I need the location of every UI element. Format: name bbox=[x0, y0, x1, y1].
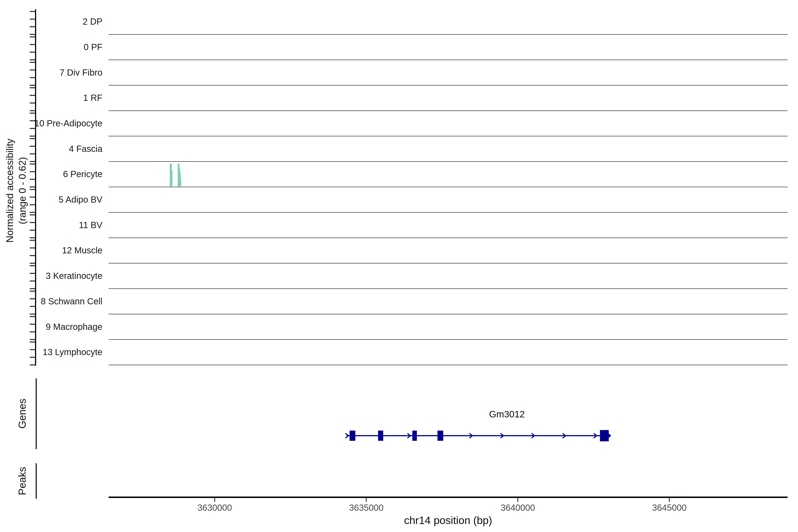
x-tick-label-3645000: 3645000 bbox=[652, 503, 687, 513]
track-baseline bbox=[109, 365, 787, 365]
genes-section-bracket bbox=[36, 378, 37, 449]
track-baseline bbox=[109, 136, 787, 136]
track-label-column: 2 DP 0 PF 7 Div Fibro 1 RF 10 Pre-Adipoc… bbox=[0, 9, 102, 365]
track-label-7-div-fibro: 7 Div Fibro bbox=[0, 60, 102, 86]
track-label-9-macrophage: 9 Macrophage bbox=[0, 314, 102, 340]
gene-exon bbox=[600, 430, 609, 441]
track-label-3-keratinocyte: 3 Keratinocyte bbox=[0, 263, 102, 289]
x-axis-line bbox=[109, 496, 787, 498]
x-tick-label-3635000: 3635000 bbox=[349, 503, 383, 513]
accessibility-peak bbox=[179, 169, 180, 187]
track-baseline bbox=[109, 288, 787, 289]
genes-section-label: Genes bbox=[16, 399, 28, 429]
peaks-section-label: Peaks bbox=[16, 467, 28, 495]
track-label-11-bv: 11 BV bbox=[0, 212, 102, 238]
track-baseline bbox=[109, 263, 787, 264]
track-baseline bbox=[109, 187, 787, 187]
track-label-1-rf: 1 RF bbox=[0, 85, 102, 111]
accessibility-peak bbox=[170, 164, 172, 187]
track-baseline bbox=[109, 339, 787, 340]
accessibility-peak bbox=[178, 164, 179, 187]
track-label-12-muscle: 12 Muscle bbox=[0, 238, 102, 263]
x-axis-tick bbox=[669, 498, 670, 502]
gene-body-line bbox=[346, 435, 610, 436]
x-axis-tick bbox=[366, 498, 367, 502]
track-label-13-lymphocyte: 13 Lymphocyte bbox=[0, 339, 102, 365]
track-baseline bbox=[109, 34, 787, 35]
track-baseline bbox=[109, 85, 787, 86]
x-axis-title: chr14 position (bp) bbox=[404, 514, 492, 527]
genome-track-figure: Normalized accessibility (range 0 - 0.62… bbox=[0, 0, 798, 532]
track-label-8-schwann-cell: 8 Schwann Cell bbox=[0, 289, 102, 314]
track-baseline bbox=[109, 314, 787, 315]
track-label-0-pf: 0 PF bbox=[0, 34, 102, 60]
gene-name-label: Gm3012 bbox=[489, 409, 525, 420]
gene-exon bbox=[412, 431, 417, 441]
x-tick-label-3640000: 3640000 bbox=[500, 503, 535, 513]
track-label-4-fascia: 4 Fascia bbox=[0, 136, 102, 162]
x-axis-tick bbox=[517, 498, 518, 502]
track-label-10-pre-adipocyte: 10 Pre-Adipocyte bbox=[0, 111, 102, 136]
peaks-section-bracket bbox=[36, 463, 37, 499]
gene-exon bbox=[378, 431, 383, 441]
gene-exon bbox=[438, 431, 443, 441]
accessibility-peak bbox=[180, 173, 180, 187]
track-baseline bbox=[109, 238, 787, 238]
x-tick-label-3630000: 3630000 bbox=[197, 503, 232, 513]
track-baseline bbox=[109, 110, 787, 111]
gene-exon bbox=[349, 431, 355, 441]
track-label-2-dp: 2 DP bbox=[0, 9, 102, 34]
x-axis-tick bbox=[214, 498, 215, 502]
track-label-5-adipo-bv: 5 Adipo BV bbox=[0, 187, 102, 212]
plot-canvas bbox=[0, 0, 798, 532]
accessibility-peak bbox=[172, 170, 172, 187]
track-baseline bbox=[109, 162, 787, 162]
track-baseline bbox=[109, 212, 787, 213]
accessibility-peak bbox=[180, 177, 181, 187]
track-baseline bbox=[109, 60, 787, 60]
track-label-6-pericyte: 6 Pericyte bbox=[0, 162, 102, 187]
